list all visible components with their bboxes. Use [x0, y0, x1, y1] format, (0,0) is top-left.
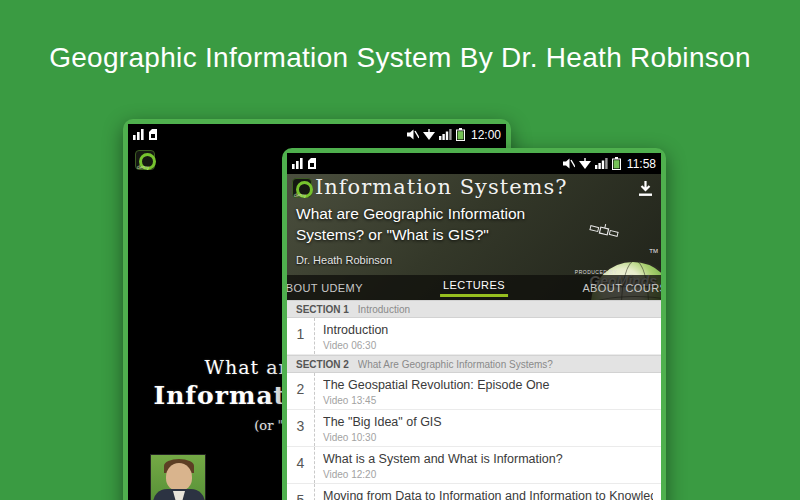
lecture-body: Moving from Data to Information and Info… [315, 484, 661, 500]
tab-bar: ABOUT UDEMY LECTURES ABOUT COURSE [287, 275, 661, 300]
lecture-title: The Geospatial Revolution: Episode One [323, 378, 550, 392]
lecture-list: SECTION 1 Introduction 1 Introduction Vi… [287, 300, 661, 500]
lecture-title: Moving from Data to Information and Info… [323, 489, 653, 500]
satellite-doodle [587, 219, 620, 244]
lecture-row-2[interactable]: 2 The Geospatial Revolution: Episode One… [287, 373, 661, 410]
chart-notification-icon [133, 129, 144, 140]
lecture-number: 4 [287, 447, 315, 483]
instructor-name: Dr. Heath Robinson [296, 254, 392, 266]
back-status-clock: 12:00 [471, 128, 501, 142]
udemy-logo [135, 150, 155, 170]
mute-icon [563, 158, 575, 169]
front-phone-frame: 11:58 Information Systems? What are Geog… [282, 148, 666, 500]
lecture-meta: Video 12:20 [323, 469, 563, 480]
lecture-row-3[interactable]: 3 The "Big Idea" of GIS Video 10:30 [287, 410, 661, 447]
instructor-photo-face [166, 463, 192, 491]
sim-notification-icon [307, 158, 317, 169]
front-status-bar: 11:58 [287, 153, 661, 174]
battery-icon [612, 157, 621, 170]
front-phone-screen: 11:58 Information Systems? What are Geog… [287, 153, 661, 500]
course-header: Information Systems? What are Geographic… [287, 174, 661, 300]
tab-about-udemy[interactable]: ABOUT UDEMY [287, 282, 363, 294]
lecture-body: The Geospatial Revolution: Episode One V… [315, 373, 558, 409]
lecture-number: 1 [287, 318, 315, 354]
course-title-line-2: Systems? or "What is GIS?" [296, 226, 489, 244]
signal-icon [439, 129, 452, 140]
trademark-symbol: TM [649, 248, 658, 254]
udemy-logo [292, 178, 312, 198]
lecture-meta: Video 13:45 [323, 395, 550, 406]
back-status-bar: 12:00 [128, 124, 506, 145]
wifi-icon [423, 129, 435, 140]
lecture-body: The "Big Idea" of GIS Video 10:30 [315, 410, 450, 446]
section-label: SECTION 1 [296, 304, 349, 315]
wifi-icon [579, 158, 591, 169]
tab-about-course[interactable]: ABOUT COURSE [582, 282, 661, 294]
lecture-row-4[interactable]: 4 What is a System and What is Informati… [287, 447, 661, 484]
section-title: Introduction [358, 304, 410, 315]
page-title: Geographic Information System By Dr. Hea… [0, 42, 800, 74]
lecture-number: 2 [287, 373, 315, 409]
lecture-title: Introduction [323, 323, 388, 337]
signal-icon [595, 158, 608, 169]
lecture-body: What is a System and What is Information… [315, 447, 571, 483]
lecture-row-1[interactable]: 1 Introduction Video 06:30 [287, 318, 661, 355]
battery-icon [456, 128, 465, 141]
section-header-1: SECTION 1 Introduction [287, 300, 661, 318]
lecture-number: 5 [287, 484, 315, 500]
course-title-line-1: What are Geographic Information [296, 205, 525, 223]
instructor-photo [150, 454, 206, 500]
lecture-body: Introduction Video 06:30 [315, 318, 396, 354]
front-status-clock: 11:58 [627, 157, 656, 171]
section-label: SECTION 2 [296, 359, 349, 370]
download-button[interactable] [638, 180, 653, 197]
lecture-title: The "Big Idea" of GIS [323, 415, 442, 429]
section-title: What Are Geographic Information Systems? [358, 359, 553, 370]
mute-icon [407, 129, 419, 140]
section-header-2: SECTION 2 What Are Geographic Informatio… [287, 355, 661, 373]
lecture-title: What is a System and What is Information… [323, 452, 563, 466]
chalkboard-heading: Information Systems? [315, 175, 568, 199]
lecture-meta: Video 06:30 [323, 340, 388, 351]
lecture-row-5[interactable]: 5 Moving from Data to Information and In… [287, 484, 661, 500]
tab-lectures[interactable]: LECTURES [440, 279, 508, 297]
chart-notification-icon [292, 158, 303, 169]
sim-notification-icon [148, 129, 158, 140]
lecture-meta: Video 10:30 [323, 432, 442, 443]
lecture-number: 3 [287, 410, 315, 446]
